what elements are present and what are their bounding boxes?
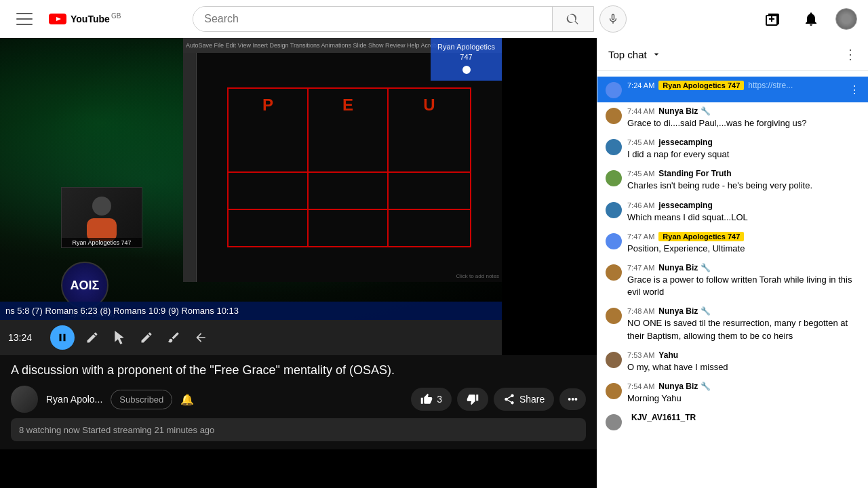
watching-info: 8 watching now Started streaming 21 minu… — [19, 425, 214, 435]
msg-avatar-6 — [606, 264, 622, 281]
subscribe-button[interactable]: Subscribed — [111, 390, 172, 409]
msg-time-3: 7:45 AM — [627, 169, 654, 178]
slide-canvas[interactable]: P E U — [197, 53, 502, 282]
top-chat-label: Top chat — [608, 49, 647, 60]
like-button[interactable]: 3 — [411, 388, 452, 411]
bell-button[interactable]: 🔔 — [180, 393, 194, 406]
msg-name-3: Standing For Truth — [658, 169, 731, 178]
svg-point-3 — [92, 197, 111, 216]
msg-text-7: NO ONE is saved til the resurrection, ma… — [627, 317, 860, 342]
channel-name[interactable]: Ryan Apolo... — [46, 394, 102, 405]
highlight-icon — [167, 331, 180, 344]
bell-icon — [803, 11, 819, 27]
chat-message-5[interactable]: 7:47 AM Ryan Apologetics 747 Position, E… — [597, 228, 868, 259]
chat-message-8[interactable]: 7:53 AM Yahu O my, what have I missed — [597, 346, 868, 378]
slide-cell-e: E — [308, 88, 388, 173]
msg-header-row-7: 7:48 AM Nunya Biz 🔧 — [627, 306, 860, 316]
chat-more-button[interactable]: ⋮ — [844, 46, 857, 62]
msg-time-9: 7:54 AM — [627, 382, 654, 390]
cursor-icon — [113, 331, 126, 344]
presenter-label: Ryan Apologetics 747 — [62, 238, 142, 247]
create-icon — [765, 11, 781, 27]
msg-time-4: 7:46 AM — [627, 201, 654, 209]
msg-content-0: 7:24 AM Ryan Apologetics 747 https://str… — [627, 81, 844, 90]
msg-text-2: I did a nap for every squat — [627, 148, 860, 161]
top-chat-button[interactable]: Top chat — [608, 49, 662, 60]
msg-name-6: Nunya Biz 🔧 — [658, 263, 710, 272]
msg-name-4: jessecamping — [658, 201, 712, 210]
slide-cell-6 — [388, 209, 471, 247]
dislike-button[interactable] — [457, 388, 488, 411]
slide-cell-p: P — [228, 88, 308, 173]
msg-text-4: Which means I did squat...LOL — [627, 211, 860, 224]
annotation-icon — [85, 331, 99, 344]
user-avatar[interactable] — [835, 8, 857, 30]
channel-avatar[interactable] — [11, 386, 38, 413]
chat-message-1[interactable]: 7:44 AM Nunya Biz 🔧 Grace to di....said … — [597, 102, 868, 134]
chat-message-10[interactable]: KJV_AV1611_TR — [597, 409, 868, 434]
msg-time-8: 7:53 AM — [627, 351, 654, 359]
share-icon — [503, 393, 515, 405]
hamburger-menu-button[interactable] — [11, 5, 38, 33]
share-label: Share — [519, 394, 545, 405]
msg-more-btn-0[interactable]: ⋮ — [849, 83, 860, 96]
msg-avatar-9 — [606, 383, 622, 399]
annotation-button[interactable] — [83, 328, 102, 347]
msg-name-10: KJV_AV1611_TR — [631, 413, 696, 422]
highlight-button[interactable] — [164, 328, 183, 347]
slide-cell-5 — [308, 209, 388, 247]
thumbs-down-icon — [467, 393, 479, 405]
chat-message-7[interactable]: 7:48 AM Nunya Biz 🔧 NO ONE is saved til … — [597, 302, 868, 346]
msg-name-5: Ryan Apologetics 747 — [658, 232, 744, 241]
video-frame[interactable]: AutoSave File Edit View Insert Design Tr… — [0, 38, 502, 320]
slide-grid-table: P E U — [227, 87, 471, 248]
back-icon — [194, 331, 208, 344]
msg-content-2: 7:45 AM jessecamping I did a nap for eve… — [627, 138, 860, 161]
msg-name-0: Ryan Apologetics 747 — [658, 81, 744, 90]
video-section: AutoSave File Edit View Insert Design Tr… — [0, 38, 597, 488]
search-button[interactable] — [552, 7, 593, 31]
slide-cell-u: U — [388, 88, 471, 173]
msg-name-8: Yahu — [658, 350, 678, 360]
youtube-logo[interactable]: YouTube GB — [49, 12, 121, 26]
msg-header-row-9: 7:54 AM Nunya Biz 🔧 — [627, 382, 860, 391]
chat-messages[interactable]: 7:24 AM Ryan Apologetics 747 https://str… — [597, 71, 868, 488]
msg-header-row-2: 7:45 AM jessecamping — [627, 138, 860, 147]
create-button[interactable] — [760, 5, 787, 33]
chat-message-3[interactable]: 7:45 AM Standing For Truth Charles isn't… — [597, 165, 868, 196]
msg-time-1: 7:44 AM — [627, 107, 654, 115]
msg-header-row-8: 7:53 AM Yahu — [627, 350, 860, 360]
gb-badge: GB — [111, 12, 121, 20]
search-bar — [193, 6, 594, 32]
msg-text-9: Morning Yahu — [627, 392, 860, 405]
slide-cell-3 — [388, 172, 471, 209]
more-options-button[interactable]: ••• — [559, 388, 586, 410]
msg-name-1: Nunya Biz 🔧 — [658, 106, 710, 116]
msg-text-3: Charles isn't being rude - he's being ve… — [627, 180, 860, 192]
back-button[interactable] — [191, 328, 210, 347]
share-button[interactable]: Share — [494, 388, 554, 411]
slide-editor-overlay: AutoSave File Edit View Insert Design Tr… — [183, 38, 502, 282]
chat-section: Top chat ⋮ 7:24 AM Ryan Apologetics 747 … — [597, 38, 868, 488]
msg-link-0[interactable]: https://stre... — [748, 81, 793, 90]
pause-button[interactable] — [50, 325, 75, 350]
msg-content-6: 7:47 AM Nunya Biz 🔧 Grace is a power to … — [627, 263, 860, 298]
chat-message-2[interactable]: 7:45 AM jessecamping I did a nap for eve… — [597, 134, 868, 165]
action-row: 3 Share ••• — [411, 388, 586, 411]
voice-search-button[interactable] — [599, 5, 627, 33]
time-display: 13:24 — [8, 332, 42, 343]
chat-message-9[interactable]: 7:54 AM Nunya Biz 🔧 Morning Yahu — [597, 378, 868, 409]
search-icon — [566, 12, 580, 26]
chat-message-4[interactable]: 7:46 AM jessecamping Which means I did s… — [597, 197, 868, 228]
slide-cell-2 — [308, 172, 388, 209]
video-title: A discussion with a proponent of the "Fr… — [11, 363, 586, 378]
msg-header-row-10: KJV_AV1611_TR — [627, 413, 860, 422]
chat-message-6[interactable]: 7:47 AM Nunya Biz 🔧 Grace is a power to … — [597, 259, 868, 302]
search-input[interactable] — [193, 7, 552, 31]
chat-message-0[interactable]: 7:24 AM Ryan Apologetics 747 https://str… — [597, 77, 868, 102]
notifications-button[interactable] — [797, 5, 825, 33]
cursor-button[interactable] — [110, 328, 129, 347]
search-area — [193, 5, 627, 33]
pen-button[interactable] — [137, 328, 156, 347]
msg-avatar-10 — [606, 414, 622, 430]
